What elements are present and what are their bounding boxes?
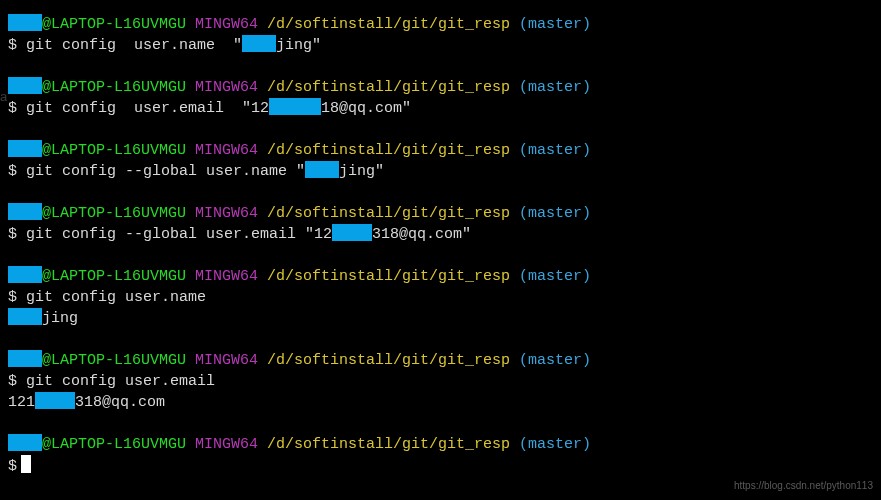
terminal-block: @LAPTOP-L16UVMGU MINGW64 /d/softinstall/… <box>8 266 873 329</box>
command-text: git config user.name <box>26 289 206 306</box>
prompt-line: @LAPTOP-L16UVMGU MINGW64 /d/softinstall/… <box>8 434 873 455</box>
command-line[interactable]: $ git config user.email <box>8 371 873 392</box>
output-prefix: 121 <box>8 394 35 411</box>
host-text: @LAPTOP-L16UVMGU <box>42 268 186 285</box>
command-line[interactable]: $ git config user.name <box>8 287 873 308</box>
terminal-block: @LAPTOP-L16UVMGU MINGW64 /d/softinstall/… <box>8 350 873 413</box>
prompt-symbol: $ <box>8 226 26 243</box>
command-text: git config user.name " <box>26 37 242 54</box>
command-text: git config user.email "12 <box>26 100 269 117</box>
path-text: /d/softinstall/git/git_resp <box>267 352 510 369</box>
branch-text: (master) <box>510 268 591 285</box>
command-tail: jing" <box>276 37 321 54</box>
prompt-symbol: $ <box>8 373 26 390</box>
terminal-block: @LAPTOP-L16UVMGU MINGW64 /d/softinstall/… <box>8 14 873 56</box>
terminal-block: @LAPTOP-L16UVMGU MINGW64 /d/softinstall/… <box>8 203 873 245</box>
redacted-value <box>305 161 339 178</box>
branch-text: (master) <box>510 352 591 369</box>
host-text: @LAPTOP-L16UVMGU <box>42 436 186 453</box>
output-line: jing <box>8 308 873 329</box>
prompt-line: @LAPTOP-L16UVMGU MINGW64 /d/softinstall/… <box>8 77 873 98</box>
prompt-symbol: $ <box>8 289 26 306</box>
host-text: @LAPTOP-L16UVMGU <box>42 205 186 222</box>
output-text: jing <box>42 310 78 327</box>
redacted-output <box>35 392 75 409</box>
shell-text: MINGW64 <box>186 16 267 33</box>
watermark-text: https://blog.csdn.net/python113 <box>734 475 873 496</box>
redacted-value <box>242 35 276 52</box>
host-text: @LAPTOP-L16UVMGU <box>42 352 186 369</box>
terminal-block: @LAPTOP-L16UVMGU MINGW64 /d/softinstall/… <box>8 77 873 119</box>
prompt-symbol: $ <box>8 37 26 54</box>
host-text: @LAPTOP-L16UVMGU <box>42 142 186 159</box>
branch-text: (master) <box>510 205 591 222</box>
prompt-line: @LAPTOP-L16UVMGU MINGW64 /d/softinstall/… <box>8 14 873 35</box>
path-text: /d/softinstall/git/git_resp <box>267 79 510 96</box>
prompt-line: @LAPTOP-L16UVMGU MINGW64 /d/softinstall/… <box>8 350 873 371</box>
output-line: 121318@qq.com <box>8 392 873 413</box>
shell-text: MINGW64 <box>186 352 267 369</box>
redacted-user <box>8 140 42 157</box>
branch-text: (master) <box>510 79 591 96</box>
branch-text: (master) <box>510 16 591 33</box>
prompt-symbol: $ <box>8 163 26 180</box>
redacted-value <box>332 224 372 241</box>
output-text: 318@qq.com <box>75 394 165 411</box>
command-tail: 18@qq.com" <box>321 100 411 117</box>
redacted-value <box>269 98 321 115</box>
host-text: @LAPTOP-L16UVMGU <box>42 79 186 96</box>
command-tail: jing" <box>339 163 384 180</box>
path-text: /d/softinstall/git/git_resp <box>267 16 510 33</box>
terminal-block: @LAPTOP-L16UVMGU MINGW64 /d/softinstall/… <box>8 434 873 477</box>
prompt-symbol: $ <box>8 458 17 475</box>
command-text: git config --global user.email "12 <box>26 226 332 243</box>
prompt-symbol: $ <box>8 100 26 117</box>
command-line[interactable]: $ git config user.email "1218@qq.com" <box>8 98 873 119</box>
prompt-line: @LAPTOP-L16UVMGU MINGW64 /d/softinstall/… <box>8 140 873 161</box>
redacted-user <box>8 350 42 367</box>
host-text: @LAPTOP-L16UVMGU <box>42 16 186 33</box>
branch-text: (master) <box>510 142 591 159</box>
shell-text: MINGW64 <box>186 142 267 159</box>
redacted-user <box>8 434 42 451</box>
redacted-user <box>8 203 42 220</box>
command-line[interactable]: $ git config --global user.name "jing" <box>8 161 873 182</box>
command-text: git config --global user.name " <box>26 163 305 180</box>
branch-text: (master) <box>510 436 591 453</box>
prompt-line: @LAPTOP-L16UVMGU MINGW64 /d/softinstall/… <box>8 266 873 287</box>
shell-text: MINGW64 <box>186 79 267 96</box>
command-line[interactable]: $ <box>8 455 873 477</box>
redacted-user <box>8 77 42 94</box>
command-line[interactable]: $ git config user.name "jing" <box>8 35 873 56</box>
shell-text: MINGW64 <box>186 205 267 222</box>
shell-text: MINGW64 <box>186 436 267 453</box>
command-text: git config user.email <box>26 373 215 390</box>
command-line[interactable]: $ git config --global user.email "12318@… <box>8 224 873 245</box>
path-text: /d/softinstall/git/git_resp <box>267 268 510 285</box>
redacted-user <box>8 266 42 283</box>
prompt-line: @LAPTOP-L16UVMGU MINGW64 /d/softinstall/… <box>8 203 873 224</box>
terminal-block: @LAPTOP-L16UVMGU MINGW64 /d/softinstall/… <box>8 140 873 182</box>
shell-text: MINGW64 <box>186 268 267 285</box>
path-text: /d/softinstall/git/git_resp <box>267 436 510 453</box>
path-text: /d/softinstall/git/git_resp <box>267 205 510 222</box>
command-tail: 318@qq.com" <box>372 226 471 243</box>
cut-hint: a <box>0 86 7 107</box>
cursor-icon <box>21 455 31 473</box>
path-text: /d/softinstall/git/git_resp <box>267 142 510 159</box>
redacted-user <box>8 14 42 31</box>
redacted-output <box>8 308 42 325</box>
